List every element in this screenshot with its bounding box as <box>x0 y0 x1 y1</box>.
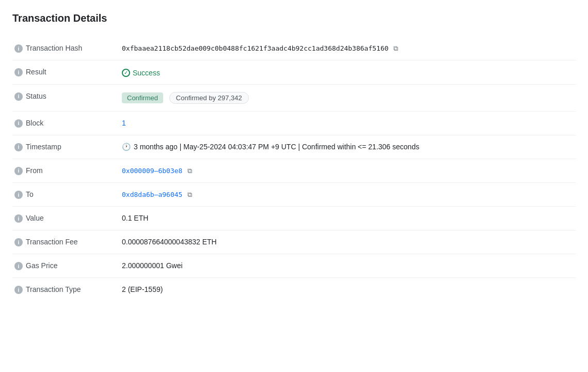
info-icon-block: i <box>14 119 23 128</box>
label-from: i From <box>12 159 116 182</box>
info-icon-transaction-fee: i <box>14 238 23 246</box>
value-timestamp: 🕐 3 months ago | May-25-2024 04:03:47 PM… <box>116 135 576 159</box>
row-gas-price: i Gas Price 2.000000001 Gwei <box>12 254 576 278</box>
label-value: i Value <box>12 207 116 230</box>
info-icon-gas-price: i <box>14 262 23 270</box>
value-eth: 0.1 ETH <box>116 207 576 230</box>
label-timestamp: i Timestamp <box>12 135 116 159</box>
info-icon-transaction-type: i <box>14 286 23 294</box>
label-gas-price: i Gas Price <box>12 254 116 278</box>
transaction-details-table: i Transaction Hash 0xfbaaea2118cb52dae00… <box>12 37 576 301</box>
value-result: ✓ Success <box>116 60 576 85</box>
row-transaction-fee: i Transaction Fee 0.000087664000043832 E… <box>12 230 576 254</box>
label-transaction-fee: i Transaction Fee <box>12 230 116 254</box>
label-transaction-type: i Transaction Type <box>12 278 116 302</box>
value-transaction-type: 2 (EIP-1559) <box>116 278 576 302</box>
label-to: i To <box>12 183 116 207</box>
copy-to-button[interactable]: ⧉ <box>187 191 192 199</box>
success-badge: ✓ Success <box>122 69 160 77</box>
info-icon-to: i <box>14 191 23 199</box>
to-address-link[interactable]: 0xd8da6b–a96045 <box>122 191 182 198</box>
block-link[interactable]: 1 <box>122 119 126 127</box>
row-block: i Block 1 <box>12 111 576 135</box>
from-address-link[interactable]: 0x000009–6b03e8 <box>122 167 182 175</box>
row-to: i To 0xd8da6b–a96045 ⧉ <box>12 183 576 207</box>
row-status: i Status Confirmed Confirmed by 297,342 <box>12 84 576 111</box>
value-to: 0xd8da6b–a96045 ⧉ <box>116 183 576 207</box>
row-from: i From 0x000009–6b03e8 ⧉ <box>12 159 576 182</box>
label-status: i Status <box>12 84 116 111</box>
label-result: i Result <box>12 60 116 85</box>
confirmed-badge: Confirmed <box>122 92 163 103</box>
value-from: 0x000009–6b03e8 ⧉ <box>116 159 576 182</box>
info-icon-transaction-hash: i <box>14 44 23 53</box>
info-icon-timestamp: i <box>14 143 23 151</box>
page-title: Transaction Details <box>12 12 576 24</box>
row-result: i Result ✓ Success <box>12 60 576 85</box>
confirmed-by-badge: Confirmed by 297,342 <box>169 92 249 104</box>
info-icon-from: i <box>14 167 23 175</box>
info-icon-status: i <box>14 92 23 101</box>
copy-hash-button[interactable]: ⧉ <box>393 44 398 53</box>
row-timestamp: i Timestamp 🕐 3 months ago | May-25-2024… <box>12 135 576 159</box>
label-block: i Block <box>12 111 116 135</box>
transaction-hash-value: 0xfbaaea2118cb52dae009c0b0488fc1621f3aad… <box>122 44 389 52</box>
label-transaction-hash: i Transaction Hash <box>12 37 116 60</box>
info-icon-result: i <box>14 68 23 76</box>
value-status: Confirmed Confirmed by 297,342 <box>116 84 576 111</box>
copy-from-button[interactable]: ⧉ <box>187 167 192 175</box>
success-icon: ✓ <box>122 69 130 77</box>
value-block: 1 <box>116 111 576 135</box>
value-gas-price: 2.000000001 Gwei <box>116 254 576 278</box>
value-transaction-hash: 0xfbaaea2118cb52dae009c0b0488fc1621f3aad… <box>116 37 576 60</box>
row-transaction-type: i Transaction Type 2 (EIP-1559) <box>12 278 576 302</box>
value-transaction-fee: 0.000087664000043832 ETH <box>116 230 576 254</box>
info-icon-value: i <box>14 214 23 223</box>
row-value: i Value 0.1 ETH <box>12 207 576 230</box>
row-transaction-hash: i Transaction Hash 0xfbaaea2118cb52dae00… <box>12 37 576 60</box>
clock-icon: 🕐 <box>122 143 131 151</box>
